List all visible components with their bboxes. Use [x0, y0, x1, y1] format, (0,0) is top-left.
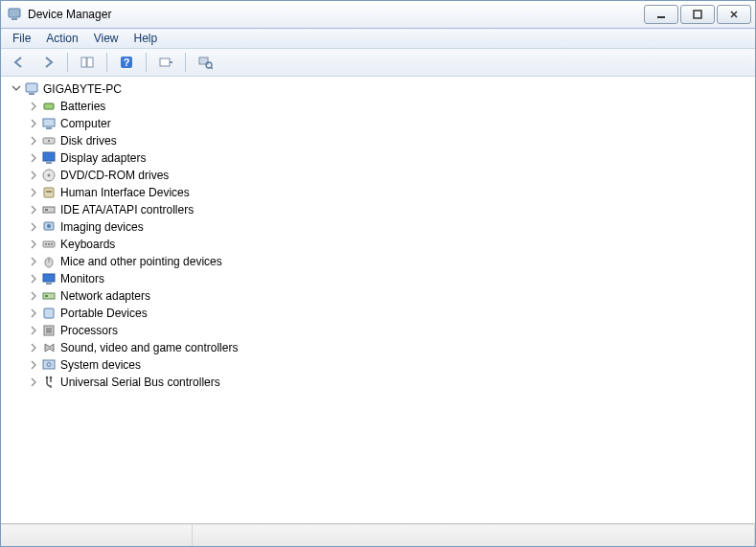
show-hide-console-button[interactable] [75, 51, 100, 74]
svg-rect-38 [43, 293, 55, 299]
window-controls [644, 5, 755, 24]
view-devices-button[interactable] [193, 51, 218, 74]
tree-category-row[interactable]: Mice and other pointing devices [28, 253, 755, 270]
svg-rect-20 [43, 152, 55, 161]
tree-category-row[interactable]: Processors [28, 322, 755, 339]
svg-rect-25 [46, 191, 52, 193]
statusbar [1, 524, 755, 546]
expand-icon[interactable] [28, 308, 39, 319]
expand-icon[interactable] [28, 221, 39, 233]
expand-icon[interactable] [28, 135, 39, 147]
titlebar: Device Manager [1, 1, 755, 29]
scan-hardware-button[interactable] [153, 51, 178, 74]
svg-rect-17 [46, 127, 52, 129]
tree-category-label: Display adapters [60, 151, 146, 165]
expand-icon[interactable] [28, 256, 39, 267]
svg-rect-2 [657, 16, 665, 18]
tree-category-row[interactable]: Imaging devices [28, 218, 755, 236]
expand-icon[interactable] [28, 239, 39, 250]
tree-category-label: System devices [60, 358, 141, 372]
expand-icon[interactable] [28, 170, 39, 181]
svg-rect-4 [81, 57, 86, 67]
toolbar-separator [146, 53, 147, 72]
optical-drive-icon [41, 168, 57, 183]
menu-action[interactable]: Action [38, 30, 85, 47]
help-button[interactable]: ? [114, 51, 139, 74]
expand-icon[interactable] [28, 273, 39, 285]
expand-icon[interactable] [28, 376, 39, 388]
tree-category-row[interactable]: Disk drives [28, 132, 755, 149]
tree-category-row[interactable]: Computer [28, 115, 755, 132]
tree-children: BatteriesComputerDisk drivesDisplay adap… [28, 98, 755, 391]
sound-icon [41, 340, 57, 355]
ide-controller-icon [41, 202, 57, 217]
expand-icon[interactable] [28, 152, 39, 164]
minimize-button[interactable] [644, 5, 678, 24]
collapse-icon[interactable] [11, 83, 22, 95]
expand-icon[interactable] [28, 342, 39, 353]
imaging-device-icon [41, 219, 57, 235]
tree-category-label: Universal Serial Bus controllers [60, 376, 220, 389]
menu-file[interactable]: File [5, 30, 38, 47]
svg-rect-0 [9, 9, 20, 17]
tree-category-label: Processors [60, 324, 118, 337]
svg-rect-9 [170, 61, 172, 63]
forward-button[interactable] [35, 51, 60, 74]
menu-help[interactable]: Help [126, 30, 166, 47]
system-device-icon [41, 357, 57, 373]
svg-point-45 [46, 376, 49, 379]
tree-category-label: Mice and other pointing devices [60, 255, 222, 268]
svg-rect-21 [46, 162, 52, 164]
toolbar: ? [1, 49, 755, 77]
back-button[interactable] [7, 51, 32, 74]
tree-root-row[interactable]: GIGABYTE-PC [11, 80, 755, 98]
tree-category-label: Network adapters [60, 289, 150, 303]
expand-icon[interactable] [28, 187, 39, 198]
tree-category-row[interactable]: Universal Serial Bus controllers [28, 374, 755, 391]
keyboard-icon [41, 237, 57, 252]
tree-category-row[interactable]: Portable Devices [28, 305, 755, 322]
tree-category-label: Keyboards [60, 238, 115, 251]
svg-rect-16 [43, 119, 55, 126]
svg-rect-27 [45, 209, 48, 211]
svg-point-23 [48, 174, 51, 177]
tree-category-row[interactable]: Monitors [28, 270, 755, 287]
close-button[interactable] [717, 5, 751, 24]
menubar: File Action View Help [1, 29, 755, 49]
network-adapter-icon [41, 288, 57, 304]
svg-rect-8 [160, 58, 170, 66]
expand-icon[interactable] [28, 118, 39, 129]
expand-icon[interactable] [28, 101, 39, 112]
menu-view[interactable]: View [86, 30, 126, 47]
tree-category-row[interactable]: System devices [28, 356, 755, 374]
tree-category-label: Imaging devices [60, 220, 144, 234]
status-cell-left [1, 525, 193, 546]
svg-rect-40 [44, 308, 54, 318]
maximize-button[interactable] [680, 5, 715, 24]
expand-icon[interactable] [28, 359, 39, 371]
expand-icon[interactable] [28, 204, 39, 216]
device-tree: GIGABYTE-PC BatteriesComputerDisk drives… [11, 80, 755, 391]
battery-icon [41, 99, 57, 114]
tree-category-row[interactable]: Network adapters [28, 287, 755, 305]
device-manager-icon [7, 7, 22, 22]
tree-category-row[interactable]: IDE ATA/ATAPI controllers [28, 201, 755, 218]
svg-rect-26 [43, 207, 55, 213]
toolbar-separator [185, 53, 186, 72]
tree-category-row[interactable]: Batteries [28, 98, 755, 115]
tree-category-row[interactable]: Display adapters [28, 149, 755, 167]
tree-category-row[interactable]: Sound, video and game controllers [28, 339, 755, 356]
expand-icon[interactable] [28, 325, 39, 336]
computer-icon [41, 116, 57, 131]
tree-category-row[interactable]: Keyboards [28, 236, 755, 253]
toolbar-separator [67, 53, 68, 72]
mouse-icon [41, 254, 57, 269]
tree-category-label: IDE ATA/ATAPI controllers [60, 203, 194, 217]
expand-icon[interactable] [28, 290, 39, 302]
tree-category-row[interactable]: Human Interface Devices [28, 184, 755, 201]
device-tree-pane[interactable]: GIGABYTE-PC BatteriesComputerDisk drives… [1, 77, 755, 524]
display-adapter-icon [41, 150, 57, 166]
tree-category-row[interactable]: DVD/CD-ROM drives [28, 167, 755, 184]
tree-category-label: Human Interface Devices [60, 186, 190, 199]
tree-category-label: DVD/CD-ROM drives [60, 169, 169, 182]
